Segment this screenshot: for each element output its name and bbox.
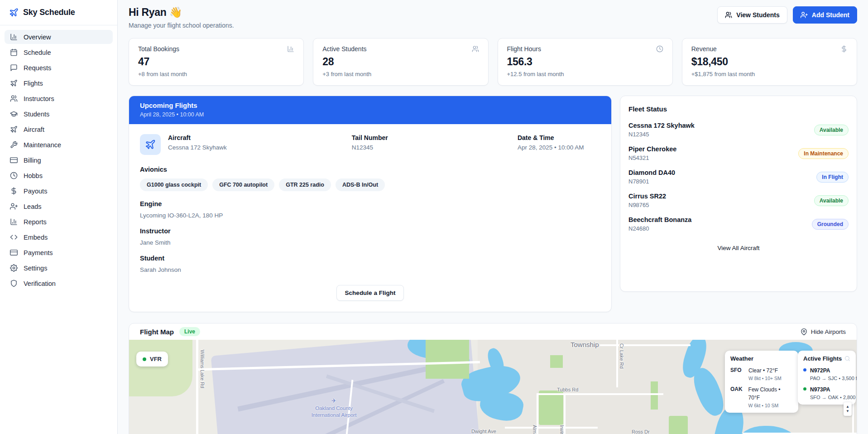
sidebar-item-overview[interactable]: Overview [5,30,113,44]
plane-icon [10,125,18,133]
sidebar-item-leads[interactable]: Leads [5,199,113,213]
road [616,340,618,387]
road [505,427,598,429]
airport-label-line1: Oakland County [297,405,371,412]
stat-value: 47 [138,56,294,68]
sidebar-item-label: Overview [24,34,51,41]
live-badge: Live [179,327,200,336]
user-plus-icon [801,11,808,19]
tail-number-label: Tail Number [352,134,518,141]
plane-logo-icon [9,8,19,17]
sidebar-item-payouts[interactable]: Payouts [5,184,113,198]
sidebar-item-settings[interactable]: Settings [5,261,113,275]
instructor-label: Instructor [140,227,600,235]
hide-airports-toggle[interactable]: Hide Airports [801,328,846,335]
sidebar-item-maintenance[interactable]: Maintenance [5,138,113,152]
search-icon[interactable] [844,356,850,362]
sidebar-item-label: Settings [24,265,47,272]
weather-conditions: Clear • 72°F [748,367,778,374]
sidebar-item-hobbs[interactable]: Hobbs [5,169,113,183]
status-badge: Available [814,125,849,135]
avionics-chip: ADS-B In/Out [336,178,385,191]
avionics-chip: G1000 glass cockpit [140,178,208,191]
sidebar-item-label: Requests [24,64,51,72]
map-label-ross-dr: Ross Dr [632,429,650,434]
gear-icon [10,264,18,272]
flight-route: SFO → OAK • 2,800 ft [810,395,857,400]
avionics-chip: GTR 225 radio [279,178,331,191]
airport-marker-icon: ✈ [297,397,371,405]
fleet-row: Piper CherokeeN54321 In Maintenance [628,145,849,161]
park-shape [669,416,688,434]
graduation-cap-icon [10,110,18,118]
fleet-row: Diamond DA40N78901 In Flight [628,169,849,185]
sidebar-item-reports[interactable]: Reports [5,215,113,229]
river-shape [689,365,729,420]
instructor-value: Jane Smith [140,239,600,246]
users-icon [725,11,732,19]
active-flight-row: N973PA SFO → OAK • 2,800 ft [803,385,850,400]
map-label-williams-lake-rd: Williams Lake Rd [200,350,205,388]
view-students-button[interactable]: View Students [717,6,787,24]
date-time-label: Date & Time [518,134,584,141]
sidebar-item-verification[interactable]: Verification [5,276,113,290]
stat-delta: +$1,875 from last month [691,71,848,77]
sidebar-item-schedule[interactable]: Schedule [5,45,113,59]
fleet-row: Cirrus SR22N98765 Available [628,193,849,208]
app-logo: Sky Schedule [0,0,117,25]
engine-label: Engine [140,200,600,207]
tail-number-value: N12345 [352,144,518,151]
dollar-icon [840,45,848,53]
active-flight-row: N972PA PAO → SJC • 3,500 ft [803,366,850,381]
upcoming-flights-card: Upcoming Flights April 28, 2025 • 10:00 … [129,96,612,312]
map-label-alma-ave: Alma Ave [532,425,537,434]
add-student-button[interactable]: Add Student [793,6,857,24]
add-student-label: Add Student [812,11,849,19]
stat-label: Revenue [691,45,717,53]
sidebar-item-aircraft[interactable]: Aircraft [5,122,113,136]
schedule-flight-button[interactable]: Schedule a Flight [336,285,404,301]
page-title: Hi Ryan 👋 [129,6,234,19]
flight-map[interactable]: Township Williams Lake Rd Cr Lake Rd Tub… [129,340,857,434]
clock-icon [10,172,18,179]
sidebar-item-embeds[interactable]: Embeds [5,230,113,244]
aircraft-label: Aircraft [168,134,227,141]
map-label-tubbs-rd: Tubbs Rd [557,387,578,392]
upcoming-flights-datetime: April 28, 2025 • 10:00 AM [140,111,600,118]
map-zoom-control[interactable]: ▲▼ [844,402,852,416]
vfr-label: VFR [150,356,162,362]
hide-airports-label: Hide Airports [811,328,846,335]
aircraft-value: Cessna 172 Skyhawk [168,144,227,151]
fleet-aircraft-name: Diamond DA40 [628,169,675,176]
sidebar-item-flights[interactable]: Flights [5,76,113,90]
sidebar-item-label: Embeds [24,234,48,241]
weather-title: Weather [730,355,793,362]
road [852,403,854,434]
status-badge: In Flight [816,172,849,183]
sidebar-item-requests[interactable]: Requests [5,61,113,75]
fleet-tail-number: N98765 [628,202,666,208]
weather-row: OAK Few Clouds • 70°F W 6kt • 10 SM [730,385,793,408]
avionics-chip: GFC 700 autopilot [212,178,274,191]
date-time-value: Apr 28, 2025 • 10:00 AM [518,144,584,151]
sidebar-item-billing[interactable]: Billing [5,153,113,167]
fleet-status-panel: Fleet Status Cessna 172 SkyhawkN12345 Av… [620,96,857,292]
flight-map-card: Flight Map Live Hide Airports [129,323,857,434]
park-shape [539,391,563,425]
sidebar-item-label: Instructors [24,95,54,102]
sidebar-item-students[interactable]: Students [5,107,113,121]
park-shape [550,355,563,368]
zoom-in-arrow[interactable]: ▲ [846,405,849,409]
fleet-tail-number: N78901 [628,178,675,185]
sidebar-item-label: Schedule [24,49,51,56]
calendar-icon [10,48,18,56]
sidebar-item-label: Students [24,111,49,118]
sidebar-item-instructors[interactable]: Instructors [5,92,113,106]
zoom-out-arrow[interactable]: ▼ [846,409,849,414]
plane-icon [10,79,18,87]
sidebar-item-payments[interactable]: Payments [5,246,113,260]
vfr-toggle[interactable]: VFR [136,352,168,366]
credit-card-icon [10,156,18,164]
vfr-status-dot [143,357,146,361]
view-all-aircraft-link[interactable]: View All Aircraft [628,245,849,251]
